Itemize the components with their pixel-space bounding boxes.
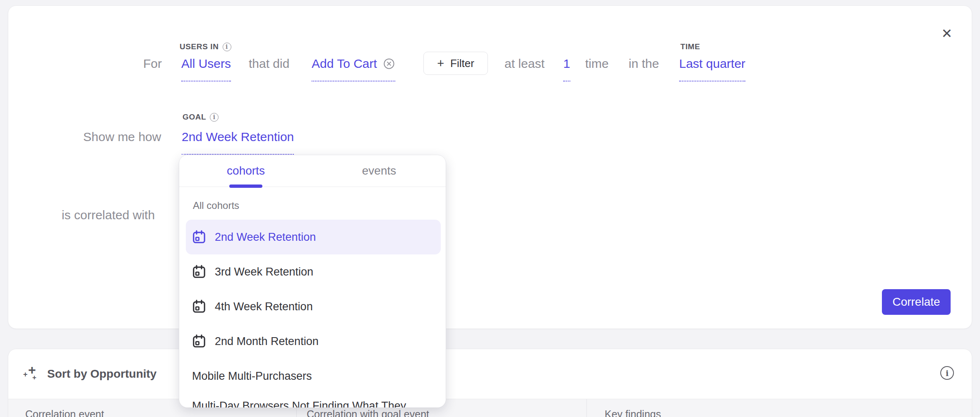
for-text: For [143,56,162,72]
plus-icon: + [437,58,444,70]
list-item-2nd-month-retention[interactable]: 2nd Month Retention [186,324,441,359]
cohort-list: 2nd Week Retention 3rd Week Retention 4t… [179,220,446,407]
calendar-icon [192,264,207,279]
list-item-multi-day-browsers[interactable]: Multi-Day Browsers Not Finding What They [186,388,441,407]
time-label-text: TIME [680,42,700,51]
at-least-text: at least [504,56,545,72]
column-correlation-event: Correlation event [25,408,104,417]
results-card: + + + Sort by Opportunity i Correlation … [8,349,972,417]
correlate-button[interactable]: Correlate [882,289,951,315]
sparkle-icon: + + + [23,365,41,383]
time-text: time [585,56,609,72]
add-filter-button[interactable]: + Filter [423,52,488,75]
list-item-2nd-week-retention[interactable]: 2nd Week Retention [186,220,441,254]
correlation-query-card: USERS IN i For All Users that did Add To… [8,5,972,329]
column-correlation-with-goal: Correlation with goal event [307,408,429,417]
remove-event-icon[interactable] [383,58,395,70]
event-selector[interactable]: Add To Cart [312,56,395,81]
sort-row: + + + Sort by Opportunity i [8,349,972,399]
filter-button-label: Filter [450,57,474,70]
that-did-text: that did [249,56,289,72]
time-range-selector[interactable]: Last quarter [679,56,745,81]
dropdown-tabs: cohorts events [179,155,446,187]
in-the-text: in the [629,56,659,72]
times-count-selector[interactable]: 1 [563,56,570,81]
cohort-selector[interactable]: All Users [181,56,231,81]
goal-dropdown: cohorts events All cohorts 2nd Week Rete… [179,155,446,407]
results-table-header: Correlation event Correlation with goal … [8,399,972,417]
sort-by-opportunity-button[interactable]: Sort by Opportunity [47,367,156,381]
calendar-icon [192,299,207,314]
is-correlated-with-text: is correlated with [62,207,155,223]
users-in-label: USERS IN i [180,42,231,51]
event-value: Add To Cart [312,57,377,70]
users-in-label-text: USERS IN [180,42,219,51]
info-icon[interactable]: i [940,366,954,380]
show-me-how-text: Show me how [83,129,161,145]
active-tab-indicator [229,185,262,188]
calendar-icon [192,230,207,244]
time-label: TIME [680,42,700,51]
all-cohorts-label: All cohorts [193,200,239,211]
list-item-3rd-week-retention[interactable]: 3rd Week Retention [186,254,441,289]
goal-label: GOAL i [183,113,219,122]
close-icon[interactable]: ✕ [937,24,957,43]
column-divider [586,399,587,417]
tab-cohorts[interactable]: cohorts [179,155,312,187]
calendar-icon [192,334,207,349]
list-item-4th-week-retention[interactable]: 4th Week Retention [186,289,441,324]
tab-events[interactable]: events [312,155,446,187]
users-in-info-icon[interactable]: i [223,43,231,51]
goal-label-text: GOAL [183,113,206,122]
goal-selector[interactable]: 2nd Week Retention [182,129,294,155]
goal-info-icon[interactable]: i [210,113,219,122]
column-key-findings: Key findings [605,408,661,417]
